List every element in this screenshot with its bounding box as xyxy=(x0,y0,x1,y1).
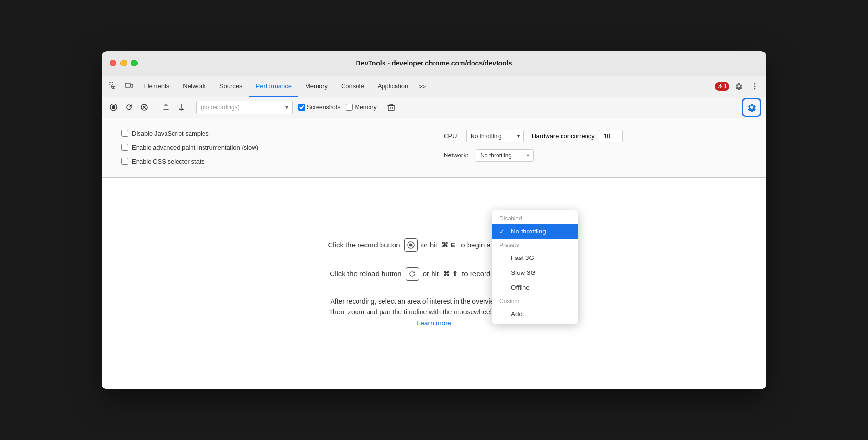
disable-js-label[interactable]: Disable JavaScript samples xyxy=(121,130,275,137)
adv-paint-row: Enable advanced paint instrumentation (s… xyxy=(121,141,424,154)
css-selector-label[interactable]: Enable CSS selector stats xyxy=(121,158,275,165)
network-label: Network: xyxy=(444,152,468,159)
chevron-down-icon: ▾ xyxy=(285,104,288,111)
close-button[interactable] xyxy=(110,60,116,66)
adv-paint-label[interactable]: Enable advanced paint instrumentation (s… xyxy=(121,144,275,151)
css-selector-row: Enable CSS selector stats xyxy=(121,155,424,168)
toolbar-separator-2 xyxy=(192,103,192,112)
css-selector-checkbox[interactable] xyxy=(121,158,128,165)
minimize-button[interactable] xyxy=(120,60,127,66)
adv-paint-checkbox[interactable] xyxy=(121,144,128,151)
capture-settings-button[interactable] xyxy=(742,98,761,117)
slow-3g-option[interactable]: Slow 3G xyxy=(492,265,578,280)
reload-record-button[interactable] xyxy=(122,101,136,114)
tab-elements[interactable]: Elements xyxy=(137,76,176,97)
garbage-collect-button[interactable] xyxy=(384,101,398,114)
settings-panel: Disable JavaScript samples Enable advanc… xyxy=(102,118,766,178)
svg-point-5 xyxy=(754,88,756,90)
hardware-concurrency-field: Hardware concurrency xyxy=(532,130,623,142)
settings-grid: Disable JavaScript samples Enable advanc… xyxy=(112,123,756,172)
disabled-section-label: Disabled xyxy=(492,212,578,224)
titlebar: DevTools - developer.chrome.com/docs/dev… xyxy=(102,51,766,76)
fast-3g-option[interactable]: Fast 3G xyxy=(492,250,578,265)
network-throttling-menu: Disabled ✓ No throttling Presets Fast 3G… xyxy=(492,210,578,324)
reload-kbd-icon xyxy=(406,267,419,281)
clear-button[interactable] xyxy=(138,101,151,114)
download-button[interactable] xyxy=(175,101,188,114)
svg-point-4 xyxy=(754,86,756,87)
traffic-lights xyxy=(110,60,138,66)
tab-memory[interactable]: Memory xyxy=(298,76,334,97)
svg-rect-0 xyxy=(110,82,113,85)
presets-section-label: Presets xyxy=(492,239,578,250)
inspect-icon[interactable] xyxy=(106,78,121,94)
window-title: DevTools - developer.chrome.com/docs/dev… xyxy=(356,59,512,67)
custom-section-label: Custom xyxy=(492,295,578,307)
network-field: Network: No throttling ▾ xyxy=(444,149,747,162)
svg-rect-11 xyxy=(388,106,394,111)
tabbar: Elements Network Sources Performance Mem… xyxy=(102,76,766,97)
tab-sources[interactable]: Sources xyxy=(213,76,249,97)
device-toggle-icon[interactable] xyxy=(121,78,137,94)
upload-button[interactable] xyxy=(159,101,173,114)
network-dropdown-chevron: ▾ xyxy=(527,153,529,158)
cpu-throttling-dropdown[interactable]: No throttling ▾ xyxy=(466,130,524,142)
record-kbd-icon xyxy=(404,238,418,252)
network-row: Network: No throttling ▾ xyxy=(444,146,747,165)
error-badge[interactable]: ⚠ 1 xyxy=(715,82,729,91)
cpu-label: CPU: xyxy=(444,132,459,140)
toolbar-right xyxy=(742,98,761,117)
settings-left-col: Disable JavaScript samples Enable advanc… xyxy=(112,123,434,172)
no-throttling-option[interactable]: ✓ No throttling xyxy=(492,224,578,239)
more-options-button[interactable] xyxy=(748,79,762,93)
tab-application[interactable]: Application xyxy=(371,76,415,97)
error-icon: ⚠ xyxy=(718,83,723,90)
cpu-row: CPU: No throttling ▾ Hardware concurrenc… xyxy=(444,127,747,145)
recordings-dropdown[interactable]: (no recordings) ▾ xyxy=(196,101,293,114)
svg-point-7 xyxy=(112,105,115,109)
performance-toolbar: (no recordings) ▾ Screenshots Memory xyxy=(102,97,766,118)
cpu-dropdown-chevron: ▾ xyxy=(517,133,520,139)
checkmark-icon: ✓ xyxy=(499,228,507,235)
memory-checkbox[interactable] xyxy=(346,104,353,111)
settings-button[interactable] xyxy=(731,79,746,93)
settings-right-col: CPU: No throttling ▾ Hardware concurrenc… xyxy=(434,123,756,172)
svg-rect-1 xyxy=(125,83,130,87)
learn-more-link[interactable]: Learn more xyxy=(417,319,451,327)
record-button[interactable] xyxy=(107,101,120,114)
disable-js-checkbox[interactable] xyxy=(121,130,128,137)
offline-option[interactable]: Offline xyxy=(492,280,578,295)
add-option[interactable]: Add... xyxy=(492,307,578,322)
screenshots-checkbox-label[interactable]: Screenshots xyxy=(298,104,340,111)
tab-performance[interactable]: Performance xyxy=(249,76,298,97)
tab-console[interactable]: Console xyxy=(334,76,371,97)
hardware-concurrency-input[interactable] xyxy=(599,130,623,142)
toolbar-separator-1 xyxy=(155,103,155,112)
svg-rect-2 xyxy=(131,84,133,87)
screenshots-checkbox[interactable] xyxy=(298,104,305,111)
main-content: Disabled ✓ No throttling Presets Fast 3G… xyxy=(102,178,766,389)
js-samples-row: Disable JavaScript samples xyxy=(121,127,424,140)
more-tabs-button[interactable]: >> xyxy=(415,80,430,93)
devtools-window: DevTools - developer.chrome.com/docs/dev… xyxy=(102,51,766,389)
toolbar-options: Screenshots Memory xyxy=(298,101,398,114)
network-throttling-dropdown[interactable]: No throttling ▾ xyxy=(476,149,534,162)
svg-point-15 xyxy=(409,243,412,246)
cpu-field: CPU: No throttling ▾ Hardware concurrenc… xyxy=(444,130,747,142)
maximize-button[interactable] xyxy=(131,60,138,66)
tab-network[interactable]: Network xyxy=(176,76,213,97)
svg-point-3 xyxy=(754,83,756,85)
tabbar-right: ⚠ 1 xyxy=(715,79,762,93)
memory-checkbox-label[interactable]: Memory xyxy=(346,104,376,111)
